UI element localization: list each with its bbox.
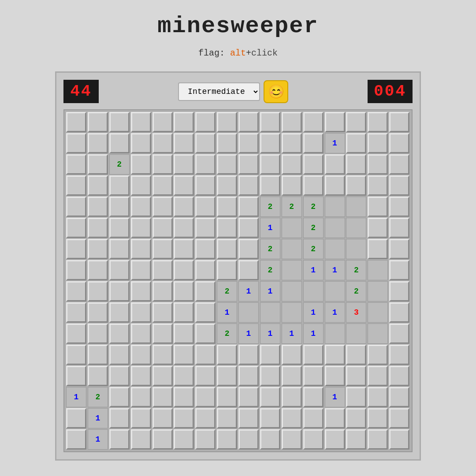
cell[interactable] <box>66 324 86 344</box>
cell[interactable] <box>88 324 108 344</box>
cell[interactable] <box>389 281 409 301</box>
cell[interactable] <box>66 239 86 259</box>
difficulty-select[interactable]: Intermediate Beginner Expert <box>178 82 260 101</box>
cell[interactable] <box>346 345 366 365</box>
cell[interactable] <box>346 112 366 132</box>
cell[interactable] <box>131 302 151 323</box>
cell[interactable] <box>152 175 173 196</box>
cell[interactable] <box>282 133 302 153</box>
cell[interactable] <box>195 324 216 344</box>
cell[interactable] <box>152 281 173 301</box>
cell[interactable] <box>195 387 216 407</box>
cell[interactable] <box>131 133 151 153</box>
cell[interactable]: 1 <box>238 281 259 301</box>
cell[interactable] <box>174 324 194 344</box>
cell[interactable] <box>174 345 194 365</box>
cell[interactable] <box>131 281 151 301</box>
cell[interactable] <box>260 429 280 450</box>
cell[interactable] <box>88 281 108 301</box>
cell[interactable] <box>368 429 388 450</box>
cell[interactable] <box>195 408 216 428</box>
cell[interactable] <box>217 133 237 153</box>
cell[interactable] <box>195 197 216 217</box>
cell[interactable] <box>131 197 151 217</box>
cell[interactable] <box>282 112 302 132</box>
cell[interactable] <box>282 345 302 365</box>
cell[interactable] <box>282 429 302 450</box>
cell[interactable] <box>389 366 409 386</box>
cell[interactable] <box>174 239 194 259</box>
cell[interactable] <box>195 133 216 153</box>
cell[interactable] <box>282 239 302 259</box>
cell[interactable] <box>217 429 237 450</box>
cell[interactable] <box>195 112 216 132</box>
cell[interactable] <box>152 260 173 280</box>
cell[interactable]: 2 <box>260 239 280 259</box>
cell[interactable] <box>152 345 173 365</box>
cell[interactable]: 2 <box>260 260 280 280</box>
cell[interactable] <box>389 197 409 217</box>
cell[interactable] <box>131 429 151 450</box>
reset-button[interactable]: 😊 <box>264 80 288 103</box>
cell[interactable] <box>238 260 259 280</box>
cell[interactable] <box>368 154 388 175</box>
cell[interactable] <box>217 175 237 196</box>
cell[interactable] <box>109 197 130 217</box>
cell[interactable] <box>325 408 345 428</box>
cell[interactable] <box>368 345 388 365</box>
cell[interactable]: 2 <box>282 197 302 217</box>
cell[interactable] <box>238 197 259 217</box>
cell[interactable] <box>152 197 173 217</box>
cell[interactable] <box>109 302 130 323</box>
cell[interactable] <box>282 366 302 386</box>
cell[interactable] <box>131 387 151 407</box>
cell[interactable] <box>131 239 151 259</box>
cell[interactable] <box>174 175 194 196</box>
cell[interactable]: 1 <box>217 302 237 323</box>
cell[interactable] <box>260 366 280 386</box>
cell[interactable] <box>346 239 366 259</box>
cell[interactable] <box>152 218 173 238</box>
cell[interactable] <box>303 281 324 301</box>
cell[interactable] <box>131 112 151 132</box>
cell[interactable]: 1 <box>325 387 345 407</box>
cell[interactable]: 2 <box>303 239 324 259</box>
cell[interactable] <box>195 175 216 196</box>
cell[interactable] <box>238 345 259 365</box>
cell[interactable]: 1 <box>325 260 345 280</box>
cell[interactable] <box>260 408 280 428</box>
cell[interactable]: 1 <box>66 387 86 407</box>
cell[interactable] <box>88 112 108 132</box>
cell[interactable] <box>88 175 108 196</box>
cell[interactable] <box>174 112 194 132</box>
cell[interactable] <box>217 260 237 280</box>
cell[interactable]: 2 <box>88 387 108 407</box>
cell[interactable]: 2 <box>346 260 366 280</box>
cell[interactable] <box>174 197 194 217</box>
cell[interactable]: 3 <box>346 302 366 323</box>
cell[interactable] <box>66 112 86 132</box>
cell[interactable] <box>368 218 388 238</box>
cell[interactable] <box>238 408 259 428</box>
cell[interactable] <box>109 133 130 153</box>
cell[interactable] <box>368 260 388 280</box>
cell[interactable] <box>217 387 237 407</box>
cell[interactable] <box>66 154 86 175</box>
cell[interactable] <box>217 366 237 386</box>
cell[interactable]: 1 <box>88 429 108 450</box>
cell[interactable] <box>195 281 216 301</box>
cell[interactable] <box>217 218 237 238</box>
cell[interactable] <box>174 133 194 153</box>
cell[interactable] <box>346 366 366 386</box>
cell[interactable] <box>217 408 237 428</box>
cell[interactable] <box>66 366 86 386</box>
cell[interactable] <box>109 175 130 196</box>
cell[interactable] <box>346 133 366 153</box>
cell[interactable] <box>109 260 130 280</box>
cell[interactable] <box>325 239 345 259</box>
cell[interactable] <box>131 218 151 238</box>
cell[interactable]: 1 <box>282 324 302 344</box>
cell[interactable] <box>109 429 130 450</box>
cell[interactable] <box>109 112 130 132</box>
cell[interactable]: 1 <box>238 324 259 344</box>
